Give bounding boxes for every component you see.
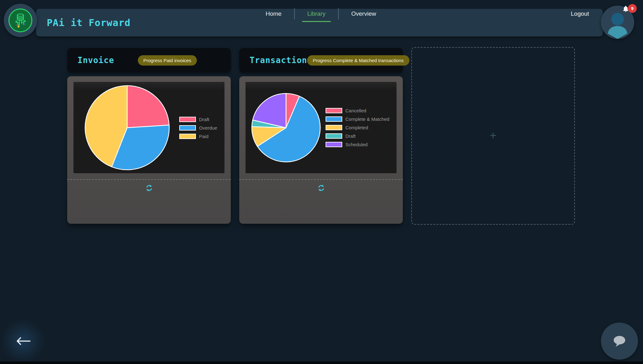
transaction-column: Transaction Progress Complete & Matched … [239,47,403,224]
transaction-legend-item[interactable]: Completed [326,123,389,132]
legend-label: Paid [199,134,208,139]
arrow-left-icon [14,335,32,347]
invoice-refresh-button[interactable] [145,184,153,192]
yellow-node-dot [18,26,19,28]
transaction-progress-badge: Progress Complete & Matched transactions [307,55,409,66]
app-logo[interactable] [4,4,37,37]
invoice-header-card: Invoice Progress Paid invoices [67,48,231,72]
blue-node-dot [23,23,24,25]
invoice-legend-item[interactable]: Paid [179,132,217,141]
transaction-legend-item[interactable]: Draft [326,132,389,140]
legend-swatch [326,133,342,139]
logout-button[interactable]: Logout [571,0,589,28]
legend-label: Draft [345,133,356,139]
refresh-icon [145,184,153,192]
transaction-chart-card: CancelledComplete & MatchedCompletedDraf… [239,76,403,224]
transaction-refresh-button[interactable] [317,184,325,192]
dashboard-grid: Invoice Progress Paid invoices DraftOver… [67,47,575,225]
legend-swatch [326,125,342,130]
back-button[interactable] [1,319,45,363]
invoice-legend: DraftOverduePaid [179,115,217,141]
plus-icon: + [490,129,496,142]
add-widget-slot[interactable]: + [411,47,575,225]
invoice-legend-item[interactable]: Overdue [179,124,217,132]
card-divider [67,179,231,180]
transaction-chart-area: CancelledComplete & MatchedCompletedDraf… [246,82,397,173]
logo-circle [8,8,32,32]
transaction-header-card: Transaction Progress Complete & Matched … [239,48,403,72]
transaction-legend: CancelledComplete & MatchedCompletedDraf… [326,106,389,149]
nav-separator [338,8,339,19]
legend-label: Draft [199,117,209,122]
notification-count-badge: 9 [628,4,637,13]
invoice-chart-card: DraftOverduePaid [67,76,231,224]
transaction-legend-item[interactable]: Complete & Matched [326,115,389,123]
legend-swatch [326,142,342,147]
chat-button[interactable] [601,323,638,360]
invoice-pie-chart [84,85,170,171]
nav-link-library[interactable]: Library [307,10,326,17]
red-node-dot [17,24,19,26]
bottom-edge-bar [0,361,643,364]
invoice-progress-badge: Progress Paid invoices [138,55,197,66]
transaction-pie-chart [251,93,321,163]
invoice-chart-area: DraftOverduePaid [73,82,224,173]
legend-label: Completed [345,125,368,130]
legend-swatch [326,116,342,122]
legend-swatch [179,117,196,122]
nav-link-home[interactable]: Home [266,10,282,17]
transaction-card-title: Transaction [250,56,307,65]
database-circuit-icon [11,11,30,30]
invoice-column: Invoice Progress Paid invoices DraftOver… [67,47,231,224]
transaction-legend-item[interactable]: Scheduled [326,140,389,149]
legend-swatch [179,134,196,139]
main-nav: Home Library Overview [266,0,376,28]
invoice-legend-item[interactable]: Draft [179,115,217,124]
chat-bubble-icon [612,334,627,348]
legend-label: Cancelled [345,108,366,113]
legend-swatch [179,125,196,131]
nav-link-overview[interactable]: Overview [351,10,376,17]
nav-separator [294,8,295,19]
legend-label: Complete & Matched [345,116,389,122]
transaction-legend-item[interactable]: Cancelled [326,106,389,115]
legend-label: Overdue [199,125,217,131]
card-divider [239,179,403,180]
app-title: PAi it Forward [47,17,131,28]
legend-swatch [326,108,342,113]
invoice-card-title: Invoice [78,56,114,65]
refresh-icon [317,184,325,192]
invoice-slice-draft [127,86,169,128]
legend-label: Scheduled [345,142,368,147]
